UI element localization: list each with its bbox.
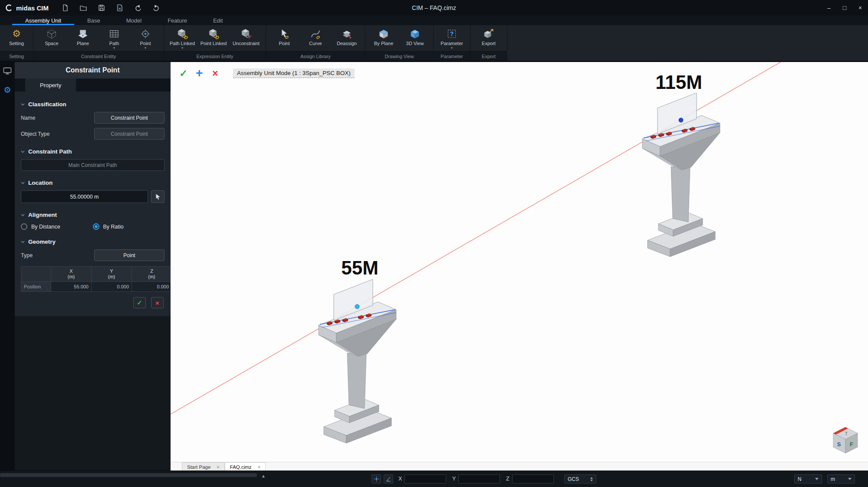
tab-close-icon[interactable]: × <box>217 464 219 470</box>
radio-by-ratio[interactable]: By Ratio <box>93 223 165 230</box>
menu-tab-assembly-unit[interactable]: Assembly Unit <box>12 16 74 25</box>
cancel-mode-icon[interactable]: × <box>212 68 230 79</box>
display-panel-icon[interactable] <box>3 67 12 76</box>
mode-toolbar: ✓ + × Assembly Unit Mode (1 : 3Span_PSC … <box>179 66 355 80</box>
cancel-button[interactable]: × <box>151 297 164 308</box>
table-header-z: Z(m) <box>132 267 172 282</box>
constraint-point-far[interactable] <box>679 118 683 122</box>
pier-near-label: 55M <box>341 257 378 278</box>
close-icon[interactable]: × <box>852 0 868 16</box>
save-icon[interactable] <box>97 3 106 12</box>
view-cube-top-label: T <box>845 431 848 436</box>
space-button[interactable]: Space <box>36 26 67 51</box>
setting-button[interactable]: ⚙ Setting <box>3 26 30 51</box>
mode-label: Assembly Unit Mode (1 : 3Span_PSC BOX) <box>233 69 355 78</box>
settings-gear-icon[interactable]: ⚙ <box>3 84 11 96</box>
chevron-down-icon[interactable]: ▾ <box>145 46 146 49</box>
radio-by-distance[interactable]: By Distance <box>21 223 93 230</box>
z-coord-input[interactable] <box>512 474 554 484</box>
coordinate-system-dropdown[interactable]: GCS <box>564 474 596 484</box>
minimize-icon[interactable]: – <box>821 0 837 16</box>
by-plane-button[interactable]: By Plane <box>368 26 399 51</box>
x-coord-input[interactable] <box>404 474 446 484</box>
main-constraint-path-field[interactable]: Main Constraint Path <box>21 159 164 171</box>
menu-tab-feature[interactable]: Feature <box>155 16 200 25</box>
unit-dropdown[interactable]: m <box>827 474 855 484</box>
status-bar: ▲ X Y Z GCS N m <box>0 471 868 487</box>
view-cube-right-label: F <box>850 441 853 448</box>
redo-icon[interactable] <box>152 3 161 12</box>
radio-circle-icon <box>21 223 27 230</box>
menu-tab-edit[interactable]: Edit <box>200 16 236 25</box>
plane-icon <box>77 27 89 40</box>
pick-location-button[interactable] <box>151 190 164 203</box>
confirm-icon[interactable]: ✓ <box>179 68 196 79</box>
ribbon-group-parameter: Parameter ▾ Parameter <box>434 25 470 61</box>
section-location[interactable]: Location <box>21 180 164 186</box>
point-snap-toggle[interactable] <box>372 474 381 484</box>
pier-model-far[interactable] <box>642 93 720 257</box>
doc-tab-start-page[interactable]: Start Page × <box>182 462 225 471</box>
y-coord-input[interactable] <box>458 474 500 484</box>
horizontal-scrollbar[interactable] <box>0 473 257 477</box>
path-linked-button[interactable]: Path Linked ▾ <box>167 26 198 51</box>
menu-bar: Assembly Unit Base Model Feature Edit <box>0 16 868 25</box>
scroll-up-icon[interactable]: ▲ <box>261 474 266 478</box>
section-classification[interactable]: Classification <box>21 101 164 108</box>
constraint-point-near[interactable] <box>355 304 359 309</box>
deassign-button[interactable]: Deassign <box>331 26 362 51</box>
unconstraint-button[interactable]: Unconstraint <box>229 26 263 51</box>
north-dropdown[interactable]: N <box>794 474 822 484</box>
document-tabs: Start Page × FAQ.cimz × <box>171 462 868 471</box>
gear-icon: ⚙ <box>12 27 21 40</box>
menu-tab-base[interactable]: Base <box>74 16 113 25</box>
path-button[interactable]: Path ▾ <box>99 26 130 51</box>
section-alignment[interactable]: Alignment <box>21 212 164 218</box>
chevron-down-icon[interactable]: ▾ <box>451 46 453 49</box>
cursor-pick-icon <box>155 193 161 200</box>
title-bar: midas CIM CIM – FAQ.cimz – <box>0 0 868 16</box>
unconstraint-icon <box>240 27 252 40</box>
menu-tab-model[interactable]: Model <box>113 16 155 25</box>
new-document-icon[interactable] <box>61 3 69 12</box>
assign-curve-button[interactable]: Curve <box>300 26 331 51</box>
ribbon-group-label: Constraint Entity <box>33 51 164 61</box>
doc-tab-faq-cimz[interactable]: FAQ.cimz × <box>225 462 266 471</box>
export-button[interactable]: Export <box>473 26 504 51</box>
undo-icon[interactable] <box>134 3 142 12</box>
view-cube[interactable]: T S F <box>833 427 858 453</box>
object-type-label: Object Type <box>21 131 49 137</box>
point-linked-button[interactable]: Point Linked <box>198 26 229 51</box>
pier-far-label: 115M <box>655 72 702 93</box>
section-geometry[interactable]: Geometry <box>21 239 164 245</box>
type-value-button[interactable]: Point <box>94 249 164 261</box>
point-button[interactable]: Point ▾ <box>130 26 161 51</box>
plane-snap-toggle[interactable] <box>384 474 393 484</box>
maximize-icon[interactable]: □ <box>837 0 852 16</box>
open-folder-icon[interactable] <box>79 3 88 12</box>
ribbon-group-expression-entity: Path Linked ▾ Point Linked Unconstraint … <box>164 25 266 61</box>
add-icon[interactable]: + <box>196 66 212 80</box>
section-constraint-path[interactable]: Constraint Path <box>21 148 164 155</box>
deassign-icon <box>341 27 352 40</box>
point-linked-icon <box>208 27 219 40</box>
plane-button[interactable]: Plane <box>67 26 99 51</box>
pier-model-near[interactable] <box>319 279 396 443</box>
tab-property[interactable]: Property <box>25 78 76 92</box>
tab-close-icon[interactable]: × <box>258 464 260 470</box>
chevron-down-icon <box>21 150 25 153</box>
position-y-value: 0.000 <box>92 282 132 292</box>
chevron-down-icon[interactable]: ▾ <box>113 46 115 49</box>
assign-point-button[interactable]: Point <box>269 26 300 51</box>
ribbon-group-label: Assign Library <box>266 51 365 61</box>
parameter-button[interactable]: Parameter ▾ <box>436 26 467 51</box>
close-document-icon[interactable] <box>115 3 124 12</box>
apply-button[interactable]: ✓ <box>133 297 146 308</box>
3d-viewport-canvas[interactable]: 55M 115M T S F <box>171 62 868 462</box>
name-value-button[interactable]: Constraint Point <box>94 112 164 124</box>
space-cube-icon <box>46 27 57 40</box>
location-input[interactable] <box>21 190 148 203</box>
chevron-down-icon[interactable]: ▾ <box>181 46 183 49</box>
3d-view-button[interactable]: 3D View <box>399 26 431 51</box>
panel-tab-bar: Property <box>15 78 171 92</box>
